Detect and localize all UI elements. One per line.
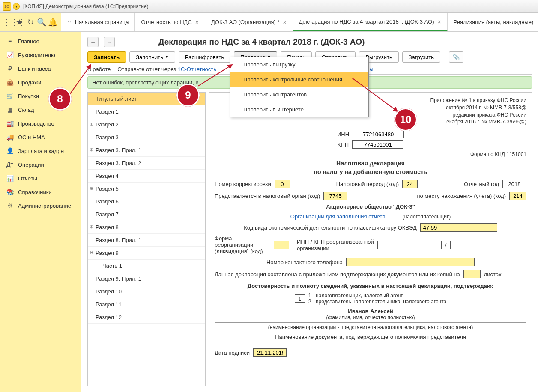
expand-icon[interactable]: ⊕ bbox=[90, 186, 93, 191]
sidebar-icon: 🏭 bbox=[6, 120, 14, 127]
tab-declaration[interactable]: Декларация по НДС за 4 квартал 2018 г. (… bbox=[293, 13, 448, 31]
doc-sub: по налогу на добавленную стоимость bbox=[215, 168, 526, 175]
tree-label: Раздел 6 bbox=[96, 198, 119, 205]
sheets-input[interactable] bbox=[463, 270, 481, 278]
tree-item[interactable]: Раздел 3 bbox=[88, 131, 205, 144]
tree-label: Раздел 12 bbox=[96, 314, 122, 320]
expand-icon[interactable]: ⊕ bbox=[90, 224, 93, 230]
tax-input[interactable] bbox=[323, 192, 347, 200]
tree-item[interactable]: Раздел 9. Прил. 1 bbox=[88, 272, 205, 285]
close-icon[interactable]: × bbox=[437, 18, 441, 25]
quick-access: ⋮⋮⋮ ★ ↻ 🔍 🔔 bbox=[0, 13, 61, 31]
forward-button[interactable]: → bbox=[104, 37, 115, 47]
search-icon[interactable]: 🔍 bbox=[36, 18, 47, 27]
correction-input[interactable] bbox=[275, 180, 290, 188]
send-link[interactable]: 1С-Отчетность bbox=[178, 66, 216, 72]
sidebar-icon: ⚙ bbox=[6, 202, 14, 209]
app-dropdown-icon[interactable]: ▾ bbox=[13, 3, 20, 10]
sidebar-item[interactable]: ₽Банк и касса bbox=[0, 62, 81, 75]
confirm-value[interactable]: 1 bbox=[295, 294, 305, 303]
annotation-8: 8 bbox=[48, 87, 72, 111]
sidebar-item[interactable]: 📊Отчеты bbox=[0, 171, 81, 185]
bell-icon[interactable]: 🔔 bbox=[47, 18, 58, 27]
sidebar-item[interactable]: 👜Продажи bbox=[0, 75, 81, 89]
docs-row: Данная декларация составлена с приложени… bbox=[215, 270, 526, 278]
back-button[interactable]: ← bbox=[87, 37, 99, 47]
sidebar-item[interactable]: ⚙Администрирование bbox=[0, 199, 81, 212]
fill-button[interactable]: Заполнить▼ bbox=[129, 51, 175, 63]
sidebar-icon: 👜 bbox=[6, 79, 14, 86]
close-icon[interactable]: × bbox=[195, 19, 199, 26]
sidebar-icon: 🛒 bbox=[6, 93, 14, 99]
okved-input[interactable] bbox=[420, 223, 497, 232]
kpp-input[interactable] bbox=[352, 140, 404, 149]
apps-icon[interactable]: ⋮⋮⋮ bbox=[3, 18, 14, 27]
sidebar-item[interactable]: ДтОперации bbox=[0, 158, 81, 171]
expand-icon[interactable]: ⊖ bbox=[90, 250, 93, 255]
section-tree[interactable]: Титульный листРаздел 1⊕Раздел 2Раздел 3⊕… bbox=[87, 92, 206, 386]
attach-button[interactable]: 📎 bbox=[449, 51, 463, 63]
sidebar-item[interactable]: ≡Главное bbox=[0, 34, 81, 48]
sidebar-item[interactable]: 📈Руководителю bbox=[0, 48, 81, 62]
tree-item[interactable]: Часть 1 bbox=[88, 260, 205, 272]
inn-input[interactable] bbox=[353, 130, 404, 138]
tab-vat-report[interactable]: Отчетность по НДС× bbox=[135, 13, 205, 31]
tree-item[interactable]: Раздел 4 bbox=[88, 170, 205, 183]
expand-icon[interactable]: ⊕ bbox=[90, 147, 93, 153]
tree-label: Раздел 9. Прил. 1 bbox=[96, 275, 141, 282]
reorg-code-input[interactable] bbox=[274, 241, 289, 249]
tab-label: Начальная страница bbox=[75, 19, 129, 25]
period-input[interactable] bbox=[402, 180, 418, 188]
tree-item[interactable]: Раздел 12 bbox=[88, 311, 205, 324]
inn-row: ИНН bbox=[215, 130, 526, 138]
menu-check-counterparties[interactable]: Проверить контрагентов bbox=[230, 87, 368, 102]
history-icon[interactable]: ↻ bbox=[25, 18, 36, 27]
tab-sales[interactable]: Реализация (акты, накладные) bbox=[448, 13, 538, 31]
tree-item[interactable]: Раздел 3. Прил. 2 bbox=[88, 157, 205, 170]
close-icon[interactable]: × bbox=[283, 19, 286, 26]
sidebar-item[interactable]: 📚Справочники bbox=[0, 185, 81, 199]
rep-label: (наименование организации - представител… bbox=[215, 324, 526, 330]
tree-item[interactable]: Раздел 6 bbox=[88, 195, 205, 208]
tree-item[interactable]: Раздел 10 bbox=[88, 285, 205, 298]
tab-org[interactable]: ДОК-3 АО (Организация) *× bbox=[205, 13, 293, 31]
tree-item[interactable]: ⊖Раздел 9 bbox=[88, 247, 205, 260]
sidebar-label: Продажи bbox=[18, 79, 41, 86]
sidebar-icon: 👤 bbox=[6, 147, 14, 154]
expand-icon[interactable]: ⊕ bbox=[90, 121, 93, 127]
tab-home[interactable]: Начальная страница bbox=[61, 13, 135, 31]
top-bar: ⋮⋮⋮ ★ ↻ 🔍 🔔 Начальная страница Отчетност… bbox=[0, 13, 538, 32]
menu-check-export[interactable]: Проверить выгрузку bbox=[230, 57, 368, 72]
sidebar-icon: 🚚 bbox=[6, 134, 14, 141]
reorg-inn-input[interactable] bbox=[377, 241, 442, 249]
tree-item[interactable]: ⊕Раздел 2 bbox=[88, 118, 205, 131]
import-button[interactable]: Загрузить bbox=[402, 51, 440, 63]
menu-check-online[interactable]: Проверить в интернете bbox=[230, 102, 368, 117]
decode-button[interactable]: Расшифровать bbox=[179, 51, 230, 63]
kpp-label: КПП bbox=[338, 141, 349, 148]
tree-item[interactable]: Раздел 7 bbox=[88, 208, 205, 221]
reorg-kpp-input[interactable] bbox=[450, 241, 514, 249]
sidebar-item[interactable]: 🚚ОС и НМА bbox=[0, 130, 81, 144]
tree-item[interactable]: ⊕Раздел 5 bbox=[88, 183, 205, 195]
tree-item[interactable]: ⊕Раздел 3. Прил. 1 bbox=[88, 144, 205, 157]
favorite-icon[interactable]: ★ bbox=[14, 18, 25, 27]
org-name: Акционерное общество "ДОК-3" bbox=[215, 203, 526, 210]
tree-item[interactable]: Раздел 8. Прил. 1 bbox=[88, 234, 205, 247]
tree-item[interactable]: Раздел 1 bbox=[88, 105, 205, 118]
tree-label: Раздел 2 bbox=[96, 121, 119, 128]
org-fill-link[interactable]: Организации для заполнения отчета bbox=[290, 213, 386, 220]
sidebar-item[interactable]: 🏭Производство bbox=[0, 117, 81, 130]
year-input[interactable] bbox=[502, 180, 526, 188]
date-input[interactable] bbox=[253, 348, 287, 357]
app-icon: 1C bbox=[3, 2, 11, 11]
menu-check-ratios[interactable]: Проверить контрольные соотношения bbox=[230, 72, 368, 87]
save-button[interactable]: Записать bbox=[87, 51, 126, 63]
place-input[interactable] bbox=[509, 192, 526, 200]
status-link[interactable]: В работе bbox=[87, 66, 111, 72]
phone-input[interactable] bbox=[346, 258, 475, 266]
tree-item[interactable]: ⊕Раздел 8 bbox=[88, 221, 205, 234]
tab-label: Реализация (акты, накладные) bbox=[454, 19, 534, 25]
tree-item[interactable]: Раздел 11 bbox=[88, 298, 205, 311]
sidebar-item[interactable]: 👤Зарплата и кадры bbox=[0, 144, 81, 158]
